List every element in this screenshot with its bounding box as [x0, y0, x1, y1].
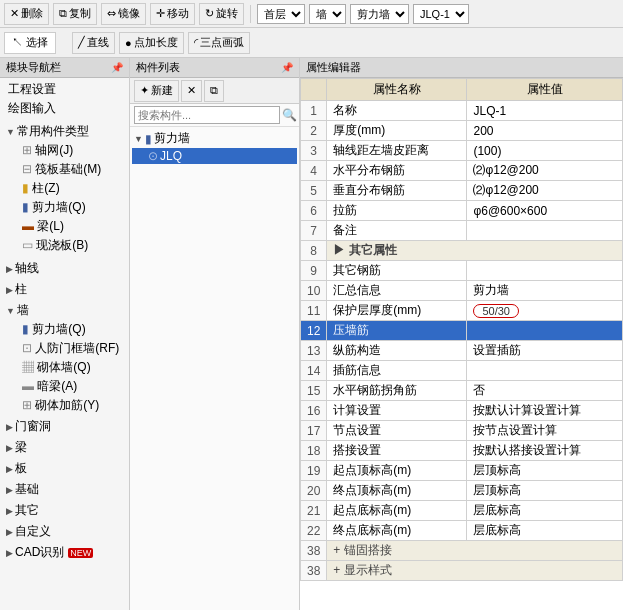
nav-beam[interactable]: ▬ 梁(L) — [18, 217, 125, 236]
table-row[interactable]: 22终点底标高(m)层底标高 — [301, 521, 623, 541]
masonry-rebar-icon: ⊞ — [22, 398, 32, 412]
nav-wall-shear[interactable]: ▮ 剪力墙(Q) — [18, 320, 125, 339]
table-row[interactable]: 5垂直分布钢筋⑵φ12@200 — [301, 181, 623, 201]
table-row[interactable]: 8▶ 其它属性 — [301, 241, 623, 261]
nav-shear-wall[interactable]: ▮ 剪力墙(Q) — [18, 198, 125, 217]
row-property-value — [467, 361, 623, 381]
search-icon[interactable]: 🔍 — [282, 108, 297, 122]
component-list: 构件列表 📌 ✦ 新建 ✕ ⧉ 🔍 ▼ ▮ 剪力墙 — [130, 58, 300, 610]
copy-component-button[interactable]: ⧉ — [204, 80, 224, 102]
nav-common-types-header[interactable]: ▼ 常用构件类型 — [4, 122, 125, 141]
nav-door-header[interactable]: ▶ 门窗洞 — [4, 417, 125, 436]
nav-beam2-header[interactable]: ▶ 梁 — [4, 438, 125, 457]
table-footer-row[interactable]: 38 + 锚固搭接 — [301, 541, 623, 561]
expand-icon-beam2: ▶ — [6, 443, 13, 453]
table-row[interactable]: 10汇总信息剪力墙 — [301, 281, 623, 301]
comp-item-jlq[interactable]: ⊙ JLQ — [132, 148, 297, 164]
table-footer-row[interactable]: 38 + 显示样式 — [301, 561, 623, 581]
hidden-beam-icon: ▬ — [22, 379, 34, 393]
move-button[interactable]: ✛ 移动 — [150, 3, 195, 25]
row-property-name: 汇总信息 — [327, 281, 467, 301]
table-row[interactable]: 21起点底标高(m)层底标高 — [301, 501, 623, 521]
col-num-header — [301, 79, 327, 101]
nav-column2-header[interactable]: ▶ 柱 — [4, 280, 125, 299]
nav-wall-hidden-beam[interactable]: ▬ 暗梁(A) — [18, 377, 125, 396]
table-row[interactable]: 17节点设置按节点设置计算 — [301, 421, 623, 441]
search-input[interactable] — [134, 106, 280, 124]
table-row[interactable]: 7备注 — [301, 221, 623, 241]
table-row[interactable]: 6拉筋φ6@600×600 — [301, 201, 623, 221]
nav-foundation-header[interactable]: ▶ 基础 — [4, 480, 125, 499]
comp-search: 🔍 — [130, 104, 299, 127]
table-row[interactable]: 12压墙筋 — [301, 321, 623, 341]
nav-custom-header[interactable]: ▶ 自定义 — [4, 522, 125, 541]
row-property-name: 轴线距左墙皮距离 — [327, 141, 467, 161]
nav-pin-icon[interactable]: 📌 — [111, 62, 123, 73]
nav-axis-header[interactable]: ▶ 轴线 — [4, 259, 125, 278]
table-row[interactable]: 1名称JLQ-1 — [301, 101, 623, 121]
nav-wall-masonry[interactable]: ▦ 砌体墙(Q) — [18, 358, 125, 377]
comp-list-pin-icon[interactable]: 📌 — [281, 62, 293, 73]
floor-select[interactable]: 首层 — [257, 4, 305, 24]
nav-section: 工程设置 绘图输入 ▼ 常用构件类型 ⊞ 轴网(J) ⊟ 筏板基础(M) — [0, 78, 129, 564]
table-row[interactable]: 20终点顶标高(m)层顶标高 — [301, 481, 623, 501]
row-property-name: 垂直分布钢筋 — [327, 181, 467, 201]
comp-group-shear-wall[interactable]: ▼ ▮ 剪力墙 — [132, 129, 297, 148]
grow-length-button[interactable]: ● 点加长度 — [119, 32, 184, 54]
props-table: 属性名称 属性值 1名称JLQ-12厚度(mm)2003轴线距左墙皮距离(100… — [300, 78, 623, 610]
table-row[interactable]: 15水平钢筋拐角筋否 — [301, 381, 623, 401]
nav-wall-masonry-rebar[interactable]: ⊞ 砌体加筋(Y) — [18, 396, 125, 415]
row-property-value — [467, 221, 623, 241]
mirror-button[interactable]: ⇔ 镜像 — [101, 3, 146, 25]
nav-drawing-import[interactable]: 绘图输入 — [4, 99, 125, 118]
footer-row-label: + 锚固搭接 — [327, 541, 623, 561]
wall-select[interactable]: 墙 — [309, 4, 346, 24]
table-row[interactable]: 18搭接设置按默认搭接设置计算 — [301, 441, 623, 461]
nav-other-header[interactable]: ▶ 其它 — [4, 501, 125, 520]
module-nav-title: 模块导航栏 📌 — [0, 58, 129, 78]
row-property-value: 按默认计算设置计算 — [467, 401, 623, 421]
nav-pile-foundation[interactable]: ⊟ 筏板基础(M) — [18, 160, 125, 179]
nav-project-settings[interactable]: 工程设置 — [4, 80, 125, 99]
row-number: 8 — [301, 241, 327, 261]
row-property-value: (100) — [467, 141, 623, 161]
table-row[interactable]: 9其它钢筋 — [301, 261, 623, 281]
rotate-button[interactable]: ↻ 旋转 — [199, 3, 244, 25]
nav-wall-civil-defense[interactable]: ⊡ 人防门框墙(RF) — [18, 339, 125, 358]
row-number: 16 — [301, 401, 327, 421]
row-number: 20 — [301, 481, 327, 501]
row-property-name: 名称 — [327, 101, 467, 121]
shear-wall-select[interactable]: 剪力墙 — [350, 4, 409, 24]
row-number: 4 — [301, 161, 327, 181]
row-number: 13 — [301, 341, 327, 361]
nav-slab2-header[interactable]: ▶ 板 — [4, 459, 125, 478]
nav-column[interactable]: ▮ 柱(Z) — [18, 179, 125, 198]
main-layout: 模块导航栏 📌 工程设置 绘图输入 ▼ 常用构件类型 ⊞ 轴网(J) — [0, 58, 623, 610]
row-property-name: 终点底标高(m) — [327, 521, 467, 541]
nav-slab[interactable]: ▭ 现浇板(B) — [18, 236, 125, 255]
three-point-button[interactable]: ◜ 三点画弧 — [188, 32, 250, 54]
table-row[interactable]: 14插筋信息 — [301, 361, 623, 381]
nav-rebar-net[interactable]: ⊞ 轴网(J) — [18, 141, 125, 160]
component-select[interactable]: JLQ-1 — [413, 4, 469, 24]
row-property-name: 其它钢筋 — [327, 261, 467, 281]
new-component-button[interactable]: ✦ 新建 — [134, 80, 179, 102]
row-property-value[interactable] — [467, 321, 623, 341]
table-row[interactable]: 11保护层厚度(mm)50/30 — [301, 301, 623, 321]
table-row[interactable]: 19起点顶标高(m)层顶标高 — [301, 461, 623, 481]
table-row[interactable]: 16计算设置按默认计算设置计算 — [301, 401, 623, 421]
table-row[interactable]: 4水平分布钢筋⑵φ12@200 — [301, 161, 623, 181]
select-button[interactable]: ↖ 选择 — [9, 35, 51, 50]
copy-button[interactable]: ⧉ 复制 — [53, 3, 97, 25]
table-row[interactable]: 2厚度(mm)200 — [301, 121, 623, 141]
new-icon: ✦ — [140, 84, 149, 97]
delete-button[interactable]: ✕ 删除 — [4, 3, 49, 25]
delete-component-button[interactable]: ✕ — [181, 80, 202, 102]
table-row[interactable]: 13纵筋构造设置插筋 — [301, 341, 623, 361]
arc-icon: ◜ — [194, 36, 198, 49]
nav-cad-header[interactable]: ▶ CAD识别 NEW — [4, 543, 125, 562]
nav-wall-header[interactable]: ▼ 墙 — [4, 301, 125, 320]
row-property-name: 拉筋 — [327, 201, 467, 221]
line-button[interactable]: ╱ 直线 — [72, 32, 115, 54]
table-row[interactable]: 3轴线距左墙皮距离(100) — [301, 141, 623, 161]
